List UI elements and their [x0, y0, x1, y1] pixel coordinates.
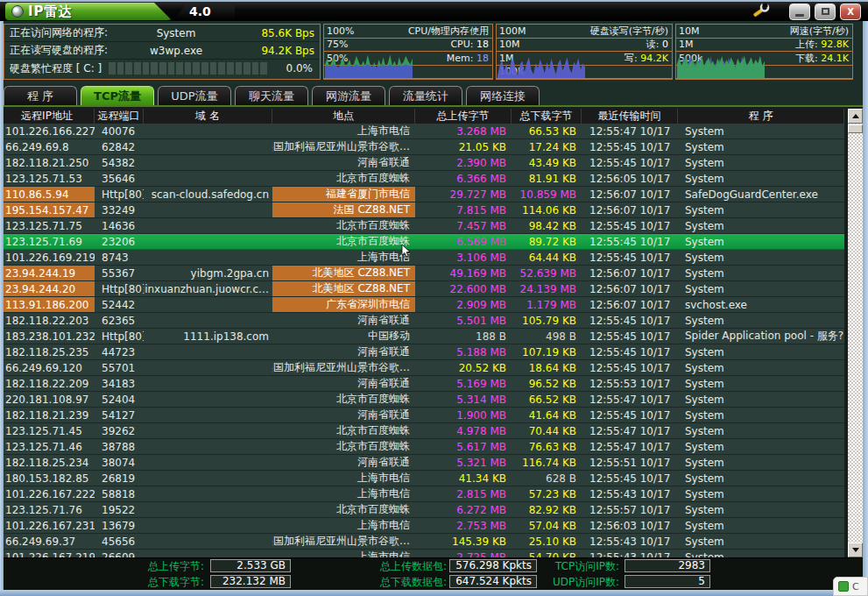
table-row[interactable]: 182.118.21.23954127河南省联通1.900 MB41.64 KB… — [0, 408, 844, 423]
scrollbar-thumb[interactable] — [848, 124, 863, 133]
cell-loc: 河南省联通 — [272, 313, 415, 328]
cell-time: 12:56:07 10/17 — [582, 266, 678, 280]
cell-down: 628 B — [512, 471, 582, 486]
table-row[interactable]: 182.118.25.23544723河南省联通5.188 MB107.19 K… — [0, 344, 844, 360]
cell-time: 12:56:07 10/17 — [582, 187, 678, 202]
cell-up: 5.321 MB — [415, 455, 512, 470]
table-row[interactable]: 123.125.71.7619522北京市百度蜘蛛6.272 MB82.92 K… — [0, 502, 844, 518]
cell-prog: System — [678, 250, 844, 265]
table-row[interactable]: 66.249.69.862842美国加利福尼亚州山景市谷歌…21.05 KB17… — [0, 139, 844, 155]
table-row[interactable]: 182.118.25.23438074河南省联通5.321 MB116.74 K… — [0, 455, 844, 471]
disk-program-rate: 94.2K Bps — [244, 45, 320, 57]
tab-bar: 程 序TCP流量UDP流量聊天流量网游流量流量统计网络连接 — [0, 82, 868, 107]
network-program-row: 正在访问网络的程序: System 85.6K Bps — [4, 25, 320, 42]
network-program-label: 正在访问网络的程序: — [4, 25, 108, 40]
progress-segment — [218, 62, 225, 74]
cell-time: 12:55:45 10/17 — [582, 408, 678, 422]
scroll-up-button[interactable] — [848, 109, 863, 124]
close-button[interactable]: X — [840, 4, 861, 20]
cell-port: 40076 — [95, 124, 144, 138]
tab-active-1[interactable]: TCP流量 — [81, 86, 154, 105]
table-row[interactable]: 195.154.157.4733249法国 CZ88.NET7.815 MB11… — [0, 202, 844, 218]
cell-prog: System — [678, 534, 844, 549]
cell-dom — [144, 518, 272, 533]
graph-band: 10M读: 0 — [497, 39, 672, 53]
table-row[interactable]: 101.226.167.22258818上海市电信2.815 MB57.23 K… — [0, 486, 844, 502]
cell-time: 12:55:57 10/17 — [582, 502, 678, 517]
table-row[interactable]: 180.153.182.8526819上海市电信41.34 KB628 B12:… — [0, 471, 844, 486]
tab-4[interactable]: 网游流量 — [312, 86, 385, 105]
cell-loc: 北美地区 CZ88.NET — [272, 281, 415, 296]
table-row[interactable]: 182.118.22.20934183河南省联通5.169 MB96.52 KB… — [0, 376, 844, 392]
arrow-up-icon — [852, 114, 859, 118]
column-header[interactable]: 总下载字节 — [512, 109, 582, 124]
cell-port: 38074 — [95, 455, 144, 470]
tab-5[interactable]: 流量统计 — [389, 86, 462, 105]
cell-dom: scan-cloud.safedog.cn — [144, 187, 272, 202]
footer-value-box: 232.132 MB — [210, 575, 291, 588]
cell-up: 49.169 MB — [415, 266, 512, 280]
cell-loc: 北京市百度蜘蛛 — [272, 502, 415, 517]
cell-ip: 123.125.71.53 — [0, 171, 95, 186]
column-header[interactable]: 远程IP地址 — [0, 109, 95, 124]
cell-port: 33249 — [95, 202, 144, 217]
minimize-button[interactable] — [789, 4, 810, 20]
table-row[interactable]: 101.226.167.23113679上海市电信2.753 MB57.04 K… — [0, 518, 844, 534]
column-header[interactable]: 域 名 — [144, 109, 272, 124]
scroll-down-button[interactable] — [848, 543, 863, 557]
window-border-right — [863, 21, 868, 596]
cell-up: 2.753 MB — [415, 518, 512, 533]
footer-label: TCP访问IP数: — [536, 559, 619, 574]
table-row[interactable]: 101.226.169.2198743上海市电信3.106 MB64.44 KB… — [0, 250, 844, 266]
cell-time: 12:56:03 10/17 — [582, 518, 678, 533]
cell-loc: 美国加利福尼亚州山景市谷歌… — [272, 534, 415, 549]
tab-0[interactable]: 程 序 — [4, 86, 77, 105]
table-row[interactable]: 123.125.71.7514636北京市百度蜘蛛7.457 MB98.42 K… — [0, 218, 844, 234]
settings-wrench-icon[interactable] — [751, 4, 770, 19]
cell-ip: 66.249.69.37 — [0, 534, 95, 549]
table-header: 远程IP地址远程端口域 名地点总上传字节总下载字节最近传输时间程 序 — [0, 109, 844, 124]
table-row-selected[interactable]: 123.125.71.6923206北京市百度蜘蛛6.569 MB89.72 K… — [0, 234, 844, 250]
table-row[interactable]: 101.226.166.22740076上海市电信3.268 MB66.53 K… — [0, 124, 844, 139]
table-row[interactable]: 182.118.21.25054382河南省联通2.390 MB43.49 KB… — [0, 155, 844, 171]
column-header[interactable]: 远程端口 — [95, 109, 144, 124]
cell-prog: System — [678, 281, 844, 296]
tray-popup-fragment[interactable]: C — [833, 577, 868, 596]
table-row[interactable]: 220.181.108.9752404北京市百度蜘蛛5.314 MB66.52 … — [0, 392, 844, 408]
table-row[interactable]: 23.94.244.20Http[80]wujinxuanzhuan.juowc… — [0, 281, 844, 297]
cell-time: 12:56:07 10/17 — [582, 202, 678, 217]
table-row[interactable]: 123.125.71.4539262北京市百度蜘蛛4.978 MB70.44 K… — [0, 423, 844, 439]
table-row[interactable]: 66.249.69.12055701美国加利福尼亚州山景市谷歌…20.52 KB… — [0, 360, 844, 376]
table-row[interactable]: 23.94.244.1955367yibgm.2gpa.cn北美地区 CZ88.… — [0, 266, 844, 281]
table-row[interactable]: 66.249.69.3745656美国加利福尼亚州山景市谷歌…145.39 KB… — [0, 534, 844, 550]
cell-up: 41.34 KB — [415, 471, 512, 486]
tab-2[interactable]: UDP流量 — [158, 86, 231, 105]
table-scrollbar[interactable] — [848, 109, 863, 557]
table-row[interactable]: 123.125.71.4638788北京市百度蜘蛛5.617 MB76.63 K… — [0, 439, 844, 455]
column-header[interactable]: 最近传输时间 — [582, 109, 678, 124]
column-header[interactable]: 程 序 — [678, 109, 844, 124]
graph-title: 网速(字节/秒) — [700, 25, 853, 38]
footer-label: 总下载数据包: — [357, 575, 447, 590]
cell-time: 12:55:45 10/17 — [582, 218, 678, 233]
tab-3[interactable]: 聊天流量 — [235, 86, 308, 105]
column-header[interactable]: 总上传字节 — [415, 109, 512, 124]
table-row[interactable]: 101.226.167.21926609上海市电信2.725 MB54.70 K… — [0, 550, 844, 557]
cell-prog: System — [678, 518, 844, 533]
cell-ip: 101.226.167.231 — [0, 518, 95, 533]
table-row[interactable]: 182.118.22.20362365河南省联通5.501 MB105.79 K… — [0, 313, 844, 329]
table-row[interactable]: 123.125.71.5335646北京市百度蜘蛛6.366 MB81.91 K… — [0, 171, 844, 187]
table-row[interactable]: 110.86.5.94Http[80]scan-cloud.safedog.cn… — [0, 187, 844, 202]
cell-prog: SafeDogGuardCenter.exe — [678, 187, 844, 202]
app-title: IP雷达 — [28, 4, 73, 20]
table-row[interactable]: 113.91.186.20052442广东省深圳市电信2.909 MB1.179… — [0, 297, 844, 313]
column-header[interactable]: 地点 — [272, 109, 415, 124]
maximize-button[interactable] — [815, 4, 836, 20]
cell-port: 14636 — [95, 218, 144, 233]
tray-popup-text: C — [852, 581, 859, 592]
cell-port: 8743 — [95, 250, 144, 265]
cell-ip: 220.181.108.97 — [0, 392, 95, 407]
cell-port: 52442 — [95, 297, 144, 312]
table-row[interactable]: 183.238.101.232Http[80]1111.ip138.com中国移… — [0, 329, 844, 344]
tab-6[interactable]: 网络连接 — [466, 86, 540, 105]
